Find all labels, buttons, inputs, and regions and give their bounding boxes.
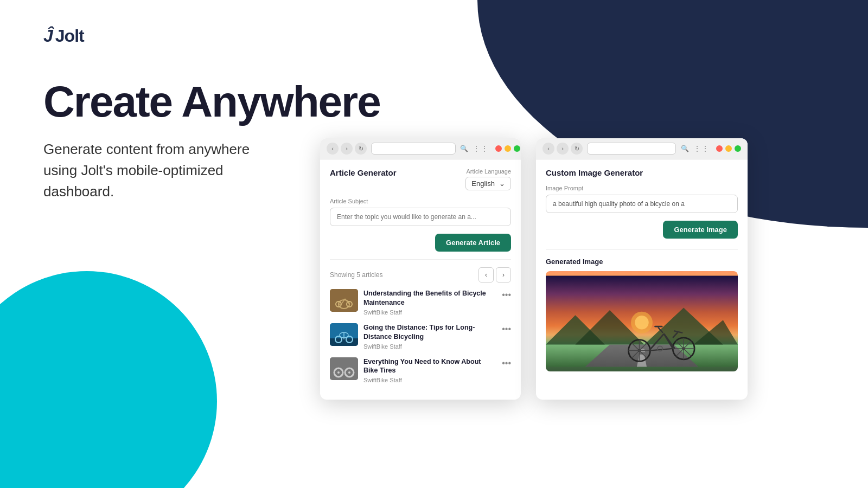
close-traffic-light-right (716, 145, 723, 152)
svg-point-15 (337, 371, 340, 374)
traffic-lights-right (716, 145, 741, 152)
divider-right (546, 249, 738, 250)
more-icon-right: ⋮⋮ (693, 144, 710, 153)
search-icon: 🔍 (460, 144, 468, 153)
svg-rect-13 (330, 357, 358, 380)
language-section: Article Language English ⌄ (465, 168, 511, 190)
article-menu-1[interactable]: ••• (502, 289, 511, 300)
article-menu-2[interactable]: ••• (502, 323, 511, 334)
prompt-label: Image Prompt (546, 185, 738, 191)
article-generator-title: Article Generator (330, 168, 397, 177)
next-page-button[interactable]: › (496, 267, 511, 282)
more-icon: ⋮⋮ (473, 144, 489, 153)
article-info-3: Everything You Need to Know About Bike T… (363, 357, 496, 384)
back-button[interactable]: ‹ (327, 143, 339, 155)
forward-button-right[interactable]: › (557, 143, 569, 155)
browser-toolbar-right: ‹ › ↻ 🔍 ⋮⋮ (536, 138, 748, 159)
logo-text: Jolt (55, 26, 84, 46)
article-thumbnail-1 (330, 289, 358, 312)
svg-point-17 (348, 371, 350, 374)
minimize-traffic-light-right (725, 145, 732, 152)
article-item: Understanding the Benefits of Bicycle Ma… (330, 289, 511, 316)
generated-image-label: Generated Image (546, 258, 738, 266)
bg-cyan-shape (0, 271, 217, 488)
generated-image-container (546, 271, 738, 371)
minimize-traffic-light (505, 145, 511, 152)
article-item: Everything You Need to Know About Bike T… (330, 357, 511, 384)
maximize-traffic-light (514, 145, 520, 152)
traffic-lights (495, 145, 520, 152)
article-title-3: Everything You Need to Know About Bike T… (363, 357, 496, 376)
articles-header: Showing 5 articles ‹ › (330, 267, 511, 282)
article-subject-input[interactable] (330, 208, 511, 226)
hero-headline: Create Anywhere (43, 80, 380, 124)
thumb-bike-svg-1 (330, 289, 358, 312)
article-info-2: Going the Distance: Tips for Long-Distan… (363, 323, 496, 350)
nav-buttons: ‹ › ↻ (327, 143, 367, 155)
article-info-1: Understanding the Benefits of Bicycle Ma… (363, 289, 496, 316)
article-title-2: Going the Distance: Tips for Long-Distan… (363, 323, 496, 342)
article-generator-window: ‹ › ↻ 🔍 ⋮⋮ Article Generator (320, 138, 521, 400)
generate-article-row: Generate Article (330, 234, 511, 252)
chevron-down-icon: ⌄ (499, 179, 505, 188)
article-item: Going the Distance: Tips for Long-Distan… (330, 323, 511, 350)
article-author-3: SwiftBike Staff (363, 377, 496, 383)
image-prompt-input[interactable] (546, 195, 738, 213)
image-generator-window: ‹ › ↻ 🔍 ⋮⋮ Custom Image Generator Image … (536, 138, 748, 400)
browsers-container: ‹ › ↻ 🔍 ⋮⋮ Article Generator (320, 138, 748, 400)
divider (330, 259, 511, 260)
thumb-bike-svg-2 (330, 323, 358, 346)
article-menu-3[interactable]: ••• (502, 357, 511, 368)
article-generator-content: Article Generator Article Language Engli… (320, 159, 521, 400)
search-icon-right: 🔍 (680, 144, 689, 153)
svg-rect-8 (330, 338, 358, 346)
browser-toolbar-left: ‹ › ↻ 🔍 ⋮⋮ (320, 138, 521, 159)
logo: Ĵ Jolt (43, 26, 84, 46)
generate-image-button[interactable]: Generate Image (663, 221, 738, 239)
generate-image-row: Generate Image (546, 221, 738, 239)
article-title-1: Understanding the Benefits of Bicycle Ma… (363, 289, 496, 307)
subject-label: Article Subject (330, 198, 511, 204)
article-thumbnail-2 (330, 323, 358, 346)
back-button-right[interactable]: ‹ (542, 143, 554, 155)
nav-buttons-right: ‹ › ↻ (542, 143, 583, 155)
pagination: ‹ › (478, 267, 511, 282)
article-thumbnail-3 (330, 357, 358, 380)
article-author-1: SwiftBike Staff (363, 309, 496, 316)
generated-image-svg (546, 271, 738, 371)
articles-count: Showing 5 articles (330, 271, 382, 279)
article-author-2: SwiftBike Staff (363, 343, 496, 350)
url-bar-right[interactable] (587, 143, 676, 155)
language-label: Article Language (465, 168, 511, 175)
language-select[interactable]: English ⌄ (465, 177, 511, 190)
url-bar[interactable] (371, 143, 456, 155)
prev-page-button[interactable]: ‹ (478, 267, 494, 282)
close-traffic-light (495, 145, 502, 152)
image-generator-title: Custom Image Generator (546, 168, 738, 177)
reload-button[interactable]: ↻ (355, 143, 367, 155)
reload-button-right[interactable]: ↻ (571, 143, 583, 155)
svg-point-20 (635, 316, 648, 329)
logo-icon: Ĵ (43, 26, 53, 46)
language-value: English (471, 179, 495, 188)
maximize-traffic-light-right (735, 145, 741, 152)
hero-subtext: Generate content from anywhere using Jol… (43, 139, 326, 202)
generate-article-button[interactable]: Generate Article (435, 234, 511, 252)
article-generator-header: Article Generator Article Language Engli… (330, 168, 511, 190)
thumb-bike-svg-3 (330, 357, 358, 380)
image-generator-content: Custom Image Generator Image Prompt Gene… (536, 159, 748, 380)
forward-button[interactable]: › (341, 143, 353, 155)
